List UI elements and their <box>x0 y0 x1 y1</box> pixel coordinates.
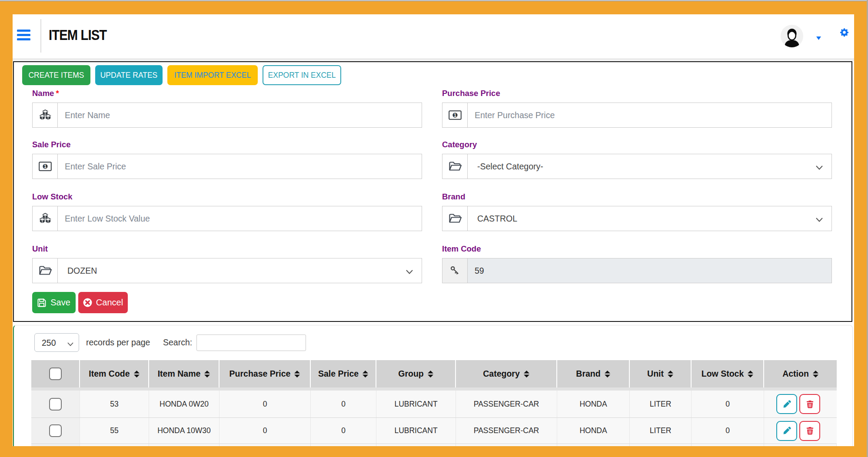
search-label: Search: <box>163 338 192 348</box>
cell-item-name: HONDA 0W20 <box>149 391 219 417</box>
sort-icon <box>134 371 140 378</box>
topbar: ITEM LIST <box>13 14 854 59</box>
cell-sale-price: 0 <box>311 391 376 417</box>
item-import-excel-button[interactable]: ITEM IMPORT EXCEL <box>167 65 258 85</box>
search-input[interactable] <box>196 334 306 351</box>
table-row: 55 HONDA 10W30 0 0 LUBRICANT PASSENGER-C… <box>31 418 837 444</box>
cell-brand: HONDA <box>557 391 630 417</box>
table-row: 53 HONDA 0W20 0 0 LUBRICANT PASSENGER-CA… <box>31 391 837 418</box>
cell-action <box>764 418 837 444</box>
unit-select[interactable]: DOZEN <box>58 258 422 283</box>
cubes-icon <box>33 206 58 231</box>
topbar-divider <box>40 19 41 53</box>
item-code-group <box>442 258 832 283</box>
table-row-partial <box>31 444 837 446</box>
update-rates-button[interactable]: UPDATE RATES <box>95 65 163 85</box>
edit-button[interactable] <box>776 394 797 414</box>
pencil-icon <box>783 427 791 435</box>
name-label: Name* <box>32 89 59 98</box>
user-menu-caret-icon[interactable] <box>816 34 822 38</box>
create-items-button[interactable]: CREATE ITEMS <box>22 65 90 85</box>
column-header-item-name[interactable]: Item Name <box>149 360 219 387</box>
column-header-label: Item Name <box>158 369 201 379</box>
items-table-card: 250 records per page Search: Item Code I… <box>13 325 853 446</box>
column-header-action[interactable]: Action <box>764 360 837 387</box>
purchase-price-input-group: 1 <box>442 103 832 128</box>
column-header-label: Purchase Price <box>229 369 291 379</box>
category-select-group: -Select Category- <box>442 154 832 179</box>
save-button[interactable]: Save <box>32 292 76 313</box>
items-table: Item Code Item Name Purchase Price Sale … <box>31 360 837 446</box>
edit-button[interactable] <box>776 421 797 441</box>
cell-stub <box>149 444 219 446</box>
sort-icon <box>813 371 818 378</box>
name-label-text: Name <box>32 89 54 98</box>
sale-price-input[interactable] <box>58 154 422 179</box>
column-header-brand[interactable]: Brand <box>557 360 630 387</box>
column-header-category[interactable]: Category <box>456 360 557 387</box>
cell-sale-price: 0 <box>311 418 376 444</box>
select-all-checkbox[interactable] <box>49 368 62 380</box>
brand-select[interactable]: CASTROL <box>468 206 831 231</box>
delete-button[interactable] <box>799 421 820 441</box>
purchase-price-input[interactable] <box>468 103 831 127</box>
sort-icon <box>204 371 210 378</box>
low-stock-input[interactable] <box>58 206 422 231</box>
column-header-item-code[interactable]: Item Code <box>80 360 149 387</box>
export-in-excel-button[interactable]: EXPORT IN EXCEL <box>263 65 341 85</box>
table-header-row: Item Code Item Name Purchase Price Sale … <box>31 360 837 387</box>
cell-stub <box>219 444 311 446</box>
pencil-icon <box>783 400 791 408</box>
column-header-group[interactable]: Group <box>376 360 456 387</box>
cell-stub <box>31 444 80 446</box>
cell-item-code: 53 <box>80 391 149 417</box>
cubes-icon <box>33 103 58 127</box>
cell-stub <box>311 444 376 446</box>
user-avatar[interactable] <box>781 25 803 47</box>
purchase-price-label: Purchase Price <box>442 89 500 98</box>
cell-low-stock: 0 <box>692 418 764 444</box>
cell-action <box>764 391 837 417</box>
low-stock-label: Low Stock <box>32 192 73 202</box>
category-select[interactable]: -Select Category- <box>468 154 831 179</box>
row-checkbox[interactable] <box>49 424 62 437</box>
sort-icon <box>294 371 300 378</box>
page-title: ITEM LIST <box>49 27 106 43</box>
person-icon <box>781 25 803 47</box>
cell-category: PASSENGER-CAR <box>456 391 557 417</box>
unit-select-group: DOZEN <box>32 258 422 283</box>
column-header-unit[interactable]: Unit <box>630 360 692 387</box>
save-label: Save <box>50 298 70 308</box>
select-all-header-cell <box>31 360 80 387</box>
cell-stub <box>557 444 630 446</box>
cell-item-name: HONDA 10W30 <box>149 418 219 444</box>
name-input[interactable] <box>58 103 422 127</box>
sort-icon <box>524 371 529 378</box>
column-header-purchase-price[interactable]: Purchase Price <box>219 360 311 387</box>
column-header-label: Group <box>398 369 424 379</box>
sort-icon <box>428 371 433 378</box>
cell-brand: HONDA <box>557 418 630 444</box>
low-stock-input-group <box>32 206 422 231</box>
cell-unit: LITER <box>630 418 692 444</box>
sort-icon <box>362 371 368 378</box>
category-label: Category <box>442 140 477 149</box>
settings-gear-icon[interactable] <box>840 28 849 37</box>
delete-button[interactable] <box>799 394 820 414</box>
cell-group: LUBRICANT <box>376 391 456 417</box>
column-header-low-stock[interactable]: Low Stock <box>692 360 764 387</box>
sale-price-input-group: 1 <box>32 154 422 179</box>
menu-icon[interactable] <box>17 30 30 40</box>
row-checkbox[interactable] <box>49 398 62 411</box>
column-header-label: Category <box>483 369 520 379</box>
item-code-value <box>468 258 831 283</box>
column-header-label: Brand <box>576 369 600 379</box>
brand-select-group: CASTROL <box>442 206 832 231</box>
column-header-sale-price[interactable]: Sale Price <box>311 360 376 387</box>
records-per-page-select[interactable]: 250 <box>34 333 79 352</box>
cell-stub <box>80 444 149 446</box>
column-header-label: Unit <box>647 369 664 379</box>
cancel-button[interactable]: Cancel <box>78 292 128 313</box>
column-header-label: Action <box>782 369 809 379</box>
money-bill-icon: 1 <box>442 103 468 127</box>
